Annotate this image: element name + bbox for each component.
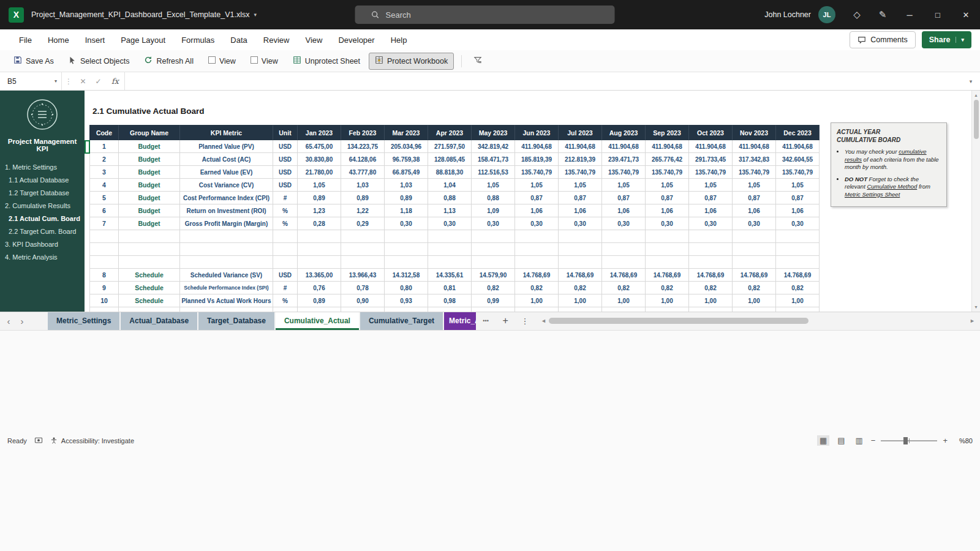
menu-page-layout[interactable]: Page Layout bbox=[113, 36, 173, 45]
code-cell[interactable]: 4 bbox=[89, 179, 119, 192]
empty-cell[interactable] bbox=[776, 230, 820, 243]
sheet-tab-metric-settings[interactable]: Metric_Settings bbox=[48, 312, 119, 330]
sheet-tab-cumulative-actual[interactable]: Cumulative_Actual bbox=[276, 312, 359, 330]
unit-cell[interactable]: % bbox=[273, 217, 298, 230]
value-cell[interactable]: 14.768,69 bbox=[602, 269, 646, 282]
empty-cell[interactable] bbox=[428, 307, 472, 312]
vertical-scroll-thumb[interactable] bbox=[974, 100, 979, 139]
empty-cell[interactable] bbox=[385, 243, 428, 256]
pen-icon[interactable]: ✎ bbox=[870, 0, 895, 29]
value-cell[interactable]: 342.604,55 bbox=[776, 153, 820, 166]
group-name-cell[interactable]: Budget bbox=[119, 217, 180, 230]
value-cell[interactable]: 158.471,73 bbox=[472, 153, 515, 166]
value-cell[interactable]: 0,28 bbox=[298, 217, 341, 230]
empty-cell[interactable] bbox=[180, 256, 273, 269]
empty-cell[interactable] bbox=[385, 307, 428, 312]
group-name-cell[interactable]: Budget bbox=[119, 204, 180, 217]
value-cell[interactable]: 1,22 bbox=[341, 204, 385, 217]
sheet-tab-target-database[interactable]: Target_Database bbox=[198, 312, 274, 330]
value-cell[interactable]: 411.904,68 bbox=[733, 140, 776, 153]
empty-cell[interactable] bbox=[180, 230, 273, 243]
empty-cell[interactable] bbox=[341, 256, 385, 269]
value-cell[interactable]: 21.780,00 bbox=[298, 166, 341, 179]
value-cell[interactable]: 0,82 bbox=[646, 282, 689, 294]
value-cell[interactable]: 1,04 bbox=[428, 179, 472, 192]
group-name-cell[interactable]: Budget bbox=[119, 140, 180, 153]
value-cell[interactable]: 0,82 bbox=[472, 282, 515, 294]
view-button[interactable]: View bbox=[244, 53, 284, 70]
empty-cell[interactable] bbox=[89, 307, 119, 312]
value-cell[interactable]: 13.966,43 bbox=[341, 269, 385, 282]
value-cell[interactable]: 1,00 bbox=[515, 294, 559, 307]
more-sheets-icon[interactable]: ••• bbox=[476, 312, 496, 330]
sidebar-item-1-metric-settings[interactable]: 1. Metric Settings bbox=[0, 160, 85, 173]
value-cell[interactable]: 1,00 bbox=[646, 294, 689, 307]
value-cell[interactable]: 64.128,06 bbox=[341, 153, 385, 166]
sidebar-item-4-metric-analysis[interactable]: 4. Metric Analysis bbox=[0, 250, 85, 263]
add-sheet-icon[interactable]: + bbox=[496, 312, 515, 330]
empty-cell[interactable] bbox=[646, 230, 689, 243]
empty-cell[interactable] bbox=[385, 256, 428, 269]
empty-cell[interactable] bbox=[515, 307, 559, 312]
menu-file[interactable]: File bbox=[11, 36, 40, 45]
protect-workbook-button[interactable]: Protect Workbook bbox=[369, 53, 454, 70]
value-cell[interactable]: 0,78 bbox=[341, 282, 385, 294]
value-cell[interactable]: 0,30 bbox=[559, 217, 602, 230]
empty-cell[interactable] bbox=[689, 307, 733, 312]
value-cell[interactable]: 134.223,75 bbox=[341, 140, 385, 153]
value-cell[interactable]: 1,06 bbox=[689, 204, 733, 217]
name-box-chevron-icon[interactable]: ▾ bbox=[55, 78, 61, 84]
value-cell[interactable]: 0,89 bbox=[298, 192, 341, 204]
value-cell[interactable]: 1,06 bbox=[733, 204, 776, 217]
value-cell[interactable]: 1,05 bbox=[298, 179, 341, 192]
kpi-metric-cell[interactable]: Scheduled Variance (SV) bbox=[180, 269, 273, 282]
code-cell[interactable]: 6 bbox=[89, 204, 119, 217]
value-cell[interactable]: 1,05 bbox=[776, 179, 820, 192]
sheet-tab-actual-database[interactable]: Actual_Database bbox=[121, 312, 197, 330]
value-cell[interactable]: 14.335,61 bbox=[428, 269, 472, 282]
empty-cell[interactable] bbox=[298, 256, 341, 269]
empty-cell[interactable] bbox=[602, 256, 646, 269]
value-cell[interactable]: 30.830,80 bbox=[298, 153, 341, 166]
macro-record-icon[interactable] bbox=[34, 437, 43, 444]
menu-view[interactable]: View bbox=[297, 36, 330, 45]
group-name-cell[interactable]: Budget bbox=[119, 153, 180, 166]
empty-cell[interactable] bbox=[646, 243, 689, 256]
sidebar-item-3-kpi-dashboard[interactable]: 3. KPI Dashboard bbox=[0, 238, 85, 250]
empty-cell[interactable] bbox=[298, 307, 341, 312]
kpi-metric-cell[interactable]: Planned Vs Actual Work Hours bbox=[180, 294, 273, 307]
kpi-metric-cell[interactable]: Earned Value (EV) bbox=[180, 166, 273, 179]
value-cell[interactable]: 317.342,83 bbox=[733, 153, 776, 166]
unit-cell[interactable]: # bbox=[273, 282, 298, 294]
maximize-button[interactable]: □ bbox=[924, 0, 952, 29]
empty-cell[interactable] bbox=[180, 243, 273, 256]
value-cell[interactable]: 1,23 bbox=[298, 204, 341, 217]
close-button[interactable]: ✕ bbox=[952, 0, 980, 29]
tab-menu-icon[interactable]: ⋮ bbox=[515, 312, 535, 330]
view-button[interactable]: View bbox=[202, 53, 242, 70]
code-cell[interactable]: 2 bbox=[89, 153, 119, 166]
value-cell[interactable]: 14.768,69 bbox=[646, 269, 689, 282]
minimize-button[interactable]: ─ bbox=[895, 0, 924, 29]
empty-cell[interactable] bbox=[472, 230, 515, 243]
empty-cell[interactable] bbox=[733, 256, 776, 269]
empty-cell[interactable] bbox=[776, 307, 820, 312]
unit-cell[interactable]: USD bbox=[273, 140, 298, 153]
horizontal-scrollbar[interactable]: ◄ ► bbox=[535, 312, 980, 330]
code-cell[interactable]: 8 bbox=[89, 269, 119, 282]
user-name[interactable]: John Lochner bbox=[764, 10, 811, 19]
kpi-metric-cell[interactable]: Gross Profit Margin (Margin) bbox=[180, 217, 273, 230]
value-cell[interactable]: 135.740,79 bbox=[602, 166, 646, 179]
code-cell[interactable]: 5 bbox=[89, 192, 119, 204]
value-cell[interactable]: 0,76 bbox=[298, 282, 341, 294]
select-objects-button[interactable]: Select Objects bbox=[62, 53, 136, 70]
empty-cell[interactable] bbox=[428, 230, 472, 243]
empty-cell[interactable] bbox=[298, 230, 341, 243]
value-cell[interactable]: 342.819,42 bbox=[472, 140, 515, 153]
value-cell[interactable]: 1,06 bbox=[776, 204, 820, 217]
scroll-down-icon[interactable]: ▼ bbox=[974, 302, 978, 312]
empty-cell[interactable] bbox=[776, 256, 820, 269]
workbook-filename[interactable]: Project_Management_KPI_Dashboard_Excel_T… bbox=[31, 10, 249, 19]
value-cell[interactable]: 0,87 bbox=[733, 192, 776, 204]
empty-cell[interactable] bbox=[428, 243, 472, 256]
